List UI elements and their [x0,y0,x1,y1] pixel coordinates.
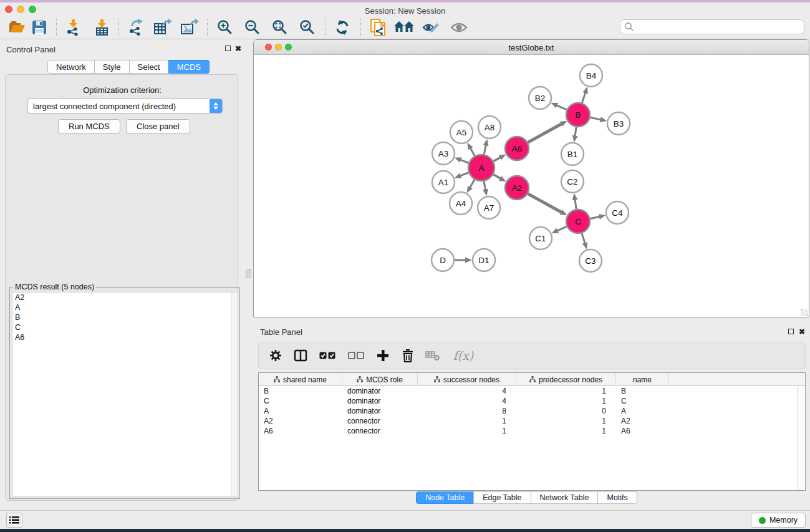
node-A5[interactable]: A5 [450,121,473,143]
edge-C-C1[interactable] [557,226,567,231]
export-table-icon[interactable] [152,17,173,37]
edge-A-A7[interactable] [484,181,486,191]
tab-edge-table[interactable]: Edge Table [473,491,531,504]
edge-B-B2[interactable] [556,105,567,110]
node-table[interactable]: shared nameMCDS rolesuccessor nodesprede… [258,372,806,491]
node-A8[interactable]: A8 [478,116,501,138]
export-network-icon[interactable] [125,17,147,37]
table-row[interactable]: A2connector11A2 [259,416,805,426]
export-image-icon[interactable] [179,17,200,37]
task-history-button[interactable] [6,513,22,528]
refresh-layout-icon[interactable] [332,17,353,37]
table-cell: dominator [342,396,418,406]
edge-C-C4[interactable] [591,216,600,219]
edge-A-A3[interactable] [460,160,468,163]
deselect-all-icon[interactable] [346,347,366,364]
run-mcds-button[interactable]: Run MCDS [58,119,120,133]
node-A6[interactable]: A6 [505,137,529,160]
select-all-icon[interactable] [317,347,337,364]
edge-A-A1[interactable] [460,173,468,176]
column-header-shared-name[interactable]: shared name [259,373,342,386]
close-panel-icon[interactable]: ✖ [235,46,241,52]
import-network-icon[interactable] [63,17,84,37]
node-C4[interactable]: C4 [606,201,629,224]
delete-column-icon[interactable] [400,347,416,364]
node-B2[interactable]: B2 [529,87,551,109]
node-C3[interactable]: C3 [579,249,602,272]
search-field[interactable] [620,19,804,34]
column-header-predecessor-nodes[interactable]: predecessor nodes [516,373,616,386]
node-B[interactable]: B [566,103,590,127]
edge-A-A4[interactable] [470,180,475,188]
node-C2[interactable]: C2 [561,170,584,193]
tab-mcds[interactable]: MCDS [168,60,210,74]
network-canvas[interactable]: AA1A2A3A4A5A6A7A8BB1B2B3B4CC1C2C3C4DD1 [249,55,804,316]
node-C[interactable]: C [566,210,590,233]
table-row[interactable]: Bdominator41B [259,386,805,396]
mcds-list-scrollbar[interactable] [231,293,238,496]
hide-graphics-details-icon[interactable] [420,17,441,37]
result-item: A2 [12,293,238,302]
memory-button[interactable]: Memory [751,513,806,528]
table-row[interactable]: Adominator80A [259,406,805,416]
node-C1[interactable]: C1 [529,227,552,249]
tab-network-table[interactable]: Network Table [531,491,599,504]
edge-A-A2[interactable] [493,175,501,179]
add-column-icon[interactable] [375,347,391,364]
node-A2[interactable]: A2 [505,176,529,200]
node-A7[interactable]: A7 [478,196,500,219]
float-table-panel-icon[interactable] [788,329,794,334]
show-column-icon[interactable] [292,347,309,364]
zoom-selected-icon[interactable] [297,17,318,37]
graph-nodes[interactable]: AA1A2A3A4A5A6A7A8BB1B2B3B4CC1C2C3C4DD1 [432,64,630,272]
node-A4[interactable]: A4 [450,192,472,215]
tab-network[interactable]: Network [47,60,95,74]
toolbar-separator [325,19,325,36]
edge-A2-C[interactable] [528,194,562,213]
close-panel-button[interactable]: Close panel [126,119,190,133]
zoom-out-icon[interactable] [242,17,263,37]
table-scrollbar[interactable] [798,387,804,490]
column-header-successor-nodes[interactable]: successor nodes [418,373,516,386]
tab-motifs[interactable]: Motifs [597,491,637,504]
node-B3[interactable]: B3 [607,112,630,135]
home-icon[interactable] [393,17,415,37]
edge-C-C2[interactable] [575,199,576,209]
node-D1[interactable]: D1 [473,249,495,271]
node-B1[interactable]: B1 [561,143,584,165]
table-row[interactable]: Cdominator41C [259,396,805,406]
node-D[interactable]: D [432,249,454,271]
column-header-label: name [633,375,652,384]
edge-B-B1[interactable] [575,127,576,137]
mcds-result-list[interactable]: A2ABCA6 [12,292,238,497]
import-table-icon[interactable] [92,17,113,37]
node-A1[interactable]: A1 [432,171,455,193]
edge-B-B4[interactable] [582,92,586,103]
tab-node-table[interactable]: Node Table [416,491,474,504]
table-row[interactable]: A6connector11A6 [259,426,805,436]
zoom-fit-icon[interactable] [269,17,291,37]
edge-B-B3[interactable] [591,117,602,120]
settings-gear-icon[interactable] [268,347,284,364]
node-A3[interactable]: A3 [432,142,455,165]
tab-select[interactable]: Select [129,60,169,74]
column-header-MCDS-role[interactable]: MCDS role [342,373,418,386]
edge-C-C3[interactable] [582,233,585,244]
float-panel-icon[interactable] [225,46,231,51]
tab-style[interactable]: Style [94,60,130,74]
search-input[interactable] [634,21,804,33]
column-header-name[interactable]: name [616,373,669,386]
edge-A-A6[interactable] [493,157,501,162]
clone-network-icon[interactable] [367,17,388,37]
edge-A6-B[interactable] [528,123,562,142]
node-A[interactable]: A [468,155,494,181]
edge-A-A8[interactable] [484,144,486,154]
close-table-panel-icon[interactable]: ✖ [799,329,805,335]
node-B4[interactable]: B4 [580,64,602,87]
open-session-icon[interactable] [6,17,27,37]
select-stepper-icon [210,99,222,113]
save-session-icon[interactable] [29,17,50,37]
optimization-select[interactable]: largest connected component (directed) [27,99,223,114]
zoom-in-icon[interactable] [215,17,236,37]
edge-A-A5[interactable] [470,147,475,155]
